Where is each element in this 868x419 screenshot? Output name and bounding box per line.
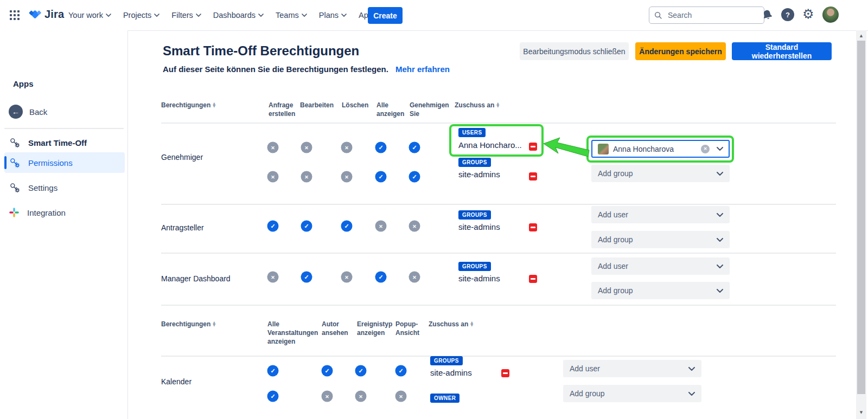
permission-toggle[interactable]: ✓: [267, 221, 279, 232]
app-switcher-icon[interactable]: [10, 10, 20, 20]
user-select[interactable]: Add user: [591, 206, 730, 223]
scroll-down-icon[interactable]: ▼: [856, 408, 866, 417]
chevron-down-icon: [154, 14, 159, 17]
user-avatar[interactable]: [822, 7, 839, 23]
remove-grant-button[interactable]: [529, 223, 537, 231]
permission-toggle[interactable]: ✕: [267, 272, 279, 283]
permission-toggle[interactable]: ✓: [267, 391, 279, 402]
permission-toggle[interactable]: ✓: [375, 171, 387, 183]
permission-toggle[interactable]: ✕: [341, 171, 353, 183]
permission-toggle[interactable]: ✕: [322, 391, 333, 402]
help-icon[interactable]: ?: [781, 8, 794, 21]
permission-toggle[interactable]: ✓: [375, 272, 387, 283]
permission-toggle[interactable]: ✓: [375, 142, 387, 153]
user-select[interactable]: Anna Honcharova ✕: [591, 140, 730, 158]
sidebar-item-smart-time-off[interactable]: Smart Time-Off: [0, 132, 127, 153]
group-select[interactable]: Add group: [591, 282, 730, 299]
permission-toggle[interactable]: ✕: [301, 142, 312, 153]
remove-grant-button[interactable]: [529, 275, 537, 283]
chevron-down-icon: [717, 265, 723, 268]
permission-toggle[interactable]: ✕: [375, 221, 387, 232]
notifications-bell-icon[interactable]: [762, 9, 773, 23]
chevron-down-icon: [688, 392, 695, 396]
grant-type-badge: GROUPS: [430, 356, 463, 365]
save-changes-button[interactable]: Änderungen speichern: [635, 42, 726, 60]
scroll-up-icon[interactable]: ▲: [856, 31, 866, 40]
user-select[interactable]: Add user: [563, 360, 701, 377]
permission-toggle[interactable]: ✓: [341, 221, 353, 232]
key-gear-icon: [9, 157, 21, 169]
sort-icon[interactable]: ▲▼: [213, 101, 215, 109]
grant-type-badge: GROUPS: [458, 158, 491, 167]
row-divider: [161, 253, 836, 254]
close-edit-mode-button[interactable]: Bearbeitungsmodus schließen: [520, 42, 629, 60]
sort-icon[interactable]: ▲▼: [213, 320, 215, 328]
jira-logo[interactable]: Jira: [28, 8, 64, 21]
sort-icon[interactable]: ▲▼: [470, 320, 473, 328]
chevron-down-icon: [196, 14, 201, 17]
brand-name: Jira: [44, 8, 64, 21]
search-box[interactable]: [649, 7, 764, 24]
nav-item-plans[interactable]: Plans: [319, 11, 347, 20]
column-header-alle-veranstaltungen: Alle Veranstaltungen anzeigen: [267, 320, 321, 346]
column-header-autor-ansehen: Autor ansehen: [322, 320, 349, 337]
settings-gear-icon[interactable]: ⚙: [802, 8, 814, 21]
clear-selection-icon[interactable]: ✕: [701, 145, 710, 153]
permission-toggle[interactable]: ✕: [409, 221, 420, 232]
remove-grant-button[interactable]: [501, 369, 509, 377]
nav-item-your-work[interactable]: Your work: [68, 11, 111, 20]
group-select[interactable]: Add group: [563, 385, 701, 402]
chevron-down-icon: [302, 14, 307, 17]
row-divider: [161, 123, 836, 124]
nav-item-projects[interactable]: Projects: [123, 11, 159, 20]
group-select[interactable]: Add group: [591, 231, 730, 248]
remove-grant-button[interactable]: [529, 172, 537, 181]
chevron-down-icon: [717, 289, 723, 293]
column-header-berechtigungen[interactable]: Berechtigungen▲▼: [161, 320, 215, 328]
selected-user-avatar: [598, 144, 609, 154]
permission-toggle[interactable]: ✓: [301, 272, 312, 283]
learn-more-link[interactable]: Mehr erfahren: [395, 65, 450, 74]
sort-icon[interactable]: ▲▼: [496, 101, 499, 109]
sidebar: Apps ← Back Smart Time-Off Permissions: [0, 30, 128, 419]
sidebar-item-integration[interactable]: Integration: [0, 202, 127, 223]
column-header-berechtigungen[interactable]: Berechtigungen▲▼: [161, 101, 215, 109]
permission-toggle[interactable]: ✓: [409, 142, 420, 153]
column-header-ereignistyp: Ereignistyp anzeigen: [357, 320, 395, 337]
permission-toggle[interactable]: ✕: [267, 142, 279, 153]
permission-toggle[interactable]: ✓: [267, 365, 279, 377]
permission-toggle[interactable]: ✕: [409, 272, 420, 283]
create-button[interactable]: Create: [368, 7, 403, 24]
permission-toggle[interactable]: ✓: [395, 365, 407, 377]
column-header-zuschuss-an[interactable]: Zuschuss an▲▼: [429, 320, 473, 328]
row-label-antragsteller: Antragsteller: [161, 223, 204, 232]
grant-type-badge: USERS: [458, 128, 486, 137]
permission-toggle[interactable]: ✕: [341, 142, 353, 153]
permission-toggle[interactable]: ✓: [301, 221, 312, 232]
user-select[interactable]: Add user: [591, 257, 730, 275]
scrollbar-thumb[interactable]: [857, 41, 865, 394]
permission-toggle[interactable]: ✕: [301, 171, 312, 183]
permission-toggle[interactable]: ✕: [267, 171, 279, 183]
permission-toggle[interactable]: ✕: [341, 272, 353, 283]
remove-grant-button[interactable]: [529, 143, 537, 151]
sidebar-item-settings[interactable]: Settings: [0, 177, 127, 198]
search-input[interactable]: [667, 10, 739, 20]
nav-item-teams[interactable]: Teams: [276, 11, 307, 20]
group-select[interactable]: Add group: [591, 165, 730, 182]
permission-toggle[interactable]: ✕: [355, 391, 367, 402]
column-header-zuschuss-an[interactable]: Zuschuss an▲▼: [455, 101, 499, 109]
sidebar-back-button[interactable]: ← Back: [9, 105, 47, 119]
main-scrollbar[interactable]: ▲ ▼: [856, 30, 866, 419]
permission-toggle[interactable]: ✕: [395, 391, 407, 402]
key-gear-icon: [9, 137, 21, 149]
sidebar-item-permissions[interactable]: Permissions: [0, 152, 127, 173]
permission-toggle[interactable]: ✓: [355, 365, 367, 377]
column-header-genehmigen-sie: Genehmigen Sie: [410, 101, 453, 118]
row-divider: [161, 305, 836, 306]
permission-toggle[interactable]: ✓: [322, 365, 333, 377]
nav-item-dashboards[interactable]: Dashboards: [213, 11, 264, 20]
permission-toggle[interactable]: ✓: [409, 171, 420, 183]
restore-default-button[interactable]: Standard wiederherstellen: [732, 42, 832, 60]
nav-item-filters[interactable]: Filters: [171, 11, 201, 20]
